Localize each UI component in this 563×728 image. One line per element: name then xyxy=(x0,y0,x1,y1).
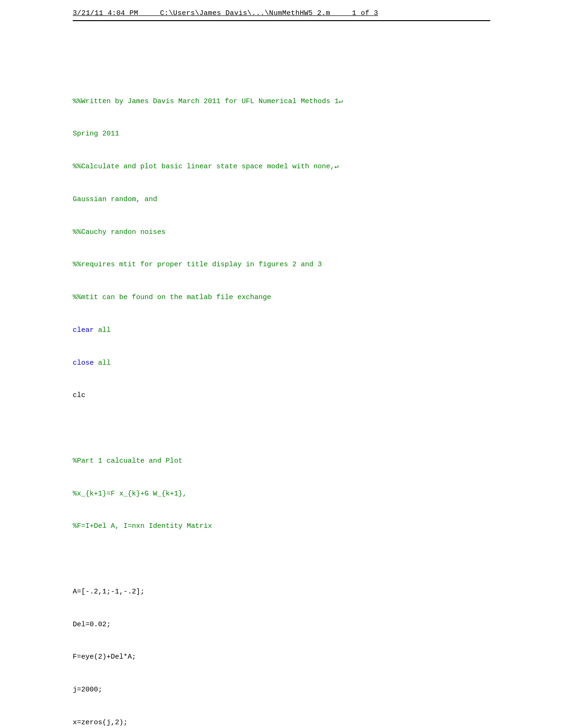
header-pages: 1 of 3 xyxy=(352,9,378,17)
code-line-comment: %%mtit can be found on the matlab file e… xyxy=(73,292,490,303)
code-line-blank xyxy=(73,423,490,434)
code-line-del: Del=0.02; xyxy=(73,619,490,630)
code-line-comment: %%requires mtit for proper title display… xyxy=(73,259,490,270)
code-line-comment: %F=I+Del A, I=nxn Identity Matrix xyxy=(73,521,490,532)
code-line-comment: Gaussian random, and xyxy=(73,194,490,205)
code-line-j: j=2000; xyxy=(73,684,490,695)
header-datetime: 3/21/11 4:04 PM xyxy=(73,9,138,17)
header-bar: 3/21/11 4:04 PM C:\Users\James Davis\...… xyxy=(73,9,490,21)
code-line-comment: Spring 2011 xyxy=(73,128,490,139)
code-line-clc: clc xyxy=(73,390,490,401)
code-line-close: close all xyxy=(73,358,490,368)
code-line-comment: %%Written by James Davis March 2011 for … xyxy=(73,96,490,107)
code-line-f: F=eye(2)+Del*A; xyxy=(73,652,490,662)
code-line-xzeros: x=zeros(j,2); xyxy=(73,717,490,728)
code-line xyxy=(73,63,490,74)
code-block: %%Written by James Davis March 2011 for … xyxy=(73,30,490,728)
code-line-comment: %Part 1 calcualte and Plot xyxy=(73,456,490,466)
code-line-clear: clear all xyxy=(73,325,490,336)
code-line-blank xyxy=(73,554,490,564)
code-line-a: A=[-.2,1;-1,-.2]; xyxy=(73,586,490,597)
header-filepath: C:\Users\James Davis\...\NumMethHW5 2.m xyxy=(160,9,330,17)
page: 3/21/11 4:04 PM C:\Users\James Davis\...… xyxy=(59,0,504,728)
code-line-comment: %x_{k+1}=F x_{k}+G W_{k+1}, xyxy=(73,488,490,499)
code-line-comment: %%Cauchy randon noises xyxy=(73,227,490,238)
code-line-comment: %%Calculate and plot basic linear state … xyxy=(73,161,490,172)
